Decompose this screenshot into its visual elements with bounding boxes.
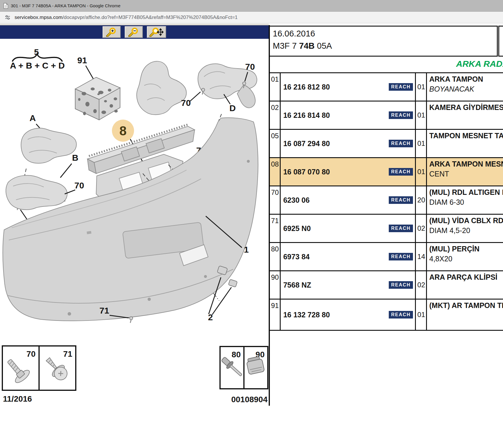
page-content: 5 A + B + C + D 91 <box>0 23 503 448</box>
row-qty: 01 <box>416 130 427 157</box>
row-ref: 70 <box>270 186 281 214</box>
doc-code: M3F 7 74B 05A <box>273 41 497 51</box>
inset-label-71: 71 <box>63 349 72 358</box>
row-qty: 01 <box>416 73 427 101</box>
part-desc: (MUL) VİDA CBLX RDL <box>429 216 503 225</box>
part-number[interactable]: 6973 84 <box>283 253 309 261</box>
part-number[interactable]: 7568 NZ <box>283 281 311 289</box>
desc-cell: ARKA TAMPON MESNE CENT <box>427 158 503 186</box>
desc-cell: KAMERA GİYDİRMESİ <box>427 102 503 129</box>
url-path: /docapvpr/affiche.do?ref=M3F774B05A&refa… <box>62 15 238 20</box>
viewer-toolbar <box>0 25 269 39</box>
callout-B: B <box>72 153 78 162</box>
callout-70-top: 70 <box>245 62 255 71</box>
row-ref: 02 <box>270 102 281 129</box>
doc-date: 16.06.2016 <box>273 29 497 38</box>
part-number[interactable]: 6230 06 <box>283 196 309 204</box>
bracket-c-part <box>137 61 187 115</box>
part-desc2: CENT <box>429 170 503 178</box>
url-text[interactable]: servicebox.mpsa.com/docapvpr/affiche.do?… <box>15 15 238 20</box>
callout-D: D <box>229 103 236 113</box>
reach-badge[interactable]: REACH <box>389 83 413 91</box>
inset-left: 70 71 <box>2 346 76 390</box>
doc-header: 16.06.2016 M3F 7 74B 05A <box>270 26 498 57</box>
table-row-90[interactable]: 90 7568 NZ REACH 02 ARA PARÇA KLİPSİ <box>270 271 503 300</box>
row-qty: 20 <box>416 186 427 214</box>
part-cell: 16 216 812 80 REACH <box>281 73 416 101</box>
row-qty: 01 <box>416 102 427 129</box>
row-ref: 05 <box>270 130 281 157</box>
document-icon <box>3 3 8 9</box>
callout-91: 91 <box>77 55 87 65</box>
table-row-80[interactable]: 80 6973 84 REACH 14 (MUL) PERÇİN 4,8X20 <box>270 243 503 271</box>
part-desc: (MUL) RDL ALTIGEN BA <box>429 188 503 197</box>
reach-badge[interactable]: REACH <box>389 253 413 260</box>
reach-badge[interactable]: REACH <box>389 168 413 176</box>
desc-cell: ARKA TAMPON BOYANACAK <box>427 73 503 101</box>
row-ref: 90 <box>270 271 281 299</box>
parts-diagram: 5 A + B + C + D 91 <box>0 39 269 448</box>
inset-right: 80 90 <box>220 346 268 389</box>
part-cell: 6973 84 REACH <box>281 243 416 270</box>
part-desc: KAMERA GİYDİRMESİ <box>429 103 503 112</box>
zoom-in-button[interactable] <box>103 26 121 38</box>
site-settings-icon[interactable] <box>5 15 10 20</box>
desc-cell: (MKT) AR TAMPON TES <box>427 300 503 330</box>
part-number[interactable]: 6925 N0 <box>283 224 311 233</box>
reach-badge[interactable]: REACH <box>389 225 413 232</box>
part-desc: (MUL) PERÇİN <box>429 245 503 253</box>
part-number[interactable]: 16 087 294 80 <box>283 139 330 148</box>
svg-text:8: 8 <box>119 124 126 138</box>
part-cell: 6925 N0 REACH <box>281 215 416 242</box>
callout-A: A <box>29 113 36 123</box>
table-row-91[interactable]: 91 16 132 728 80 REACH 01 (MKT) AR TAMPO… <box>270 300 503 331</box>
part-cell: 6230 06 REACH <box>281 186 416 214</box>
window-title: 301 - M3F 7 74B05A - ARKA TAMPON - Googl… <box>11 3 120 8</box>
row-qty: 01 <box>416 300 427 330</box>
magnifier-plus-icon <box>106 27 117 37</box>
reach-badge[interactable]: REACH <box>389 140 413 147</box>
row-ref: 01 <box>270 73 281 101</box>
table-row-08-selected[interactable]: 08 16 087 070 80 REACH 01 ARKA TAMPON ME… <box>270 158 503 186</box>
part-cell: 7568 NZ REACH <box>281 271 416 299</box>
parts-panel: 16.06.2016 M3F 7 74B 05A ARKA RADA 01 16… <box>270 23 503 448</box>
part-desc: ARKA TAMPON MESNE <box>429 160 503 168</box>
inset-left-caption: 11/2016 <box>3 394 32 403</box>
callout-70-mid: 70 <box>181 98 191 108</box>
callout-71: 71 <box>99 306 109 315</box>
table-row-01[interactable]: 01 16 216 812 80 REACH 01 ARKA TAMPON BO… <box>270 73 503 102</box>
table-row-71[interactable]: 71 6925 N0 REACH 02 (MUL) VİDA CBLX RDL … <box>270 215 503 243</box>
table-row-70[interactable]: 70 6230 06 REACH 20 (MUL) RDL ALTIGEN BA… <box>270 186 503 215</box>
part-number[interactable]: 16 216 814 80 <box>283 111 330 120</box>
row-ref: 80 <box>270 243 281 270</box>
desc-cell: TAMPON MESNET TAK <box>427 130 503 157</box>
address-bar[interactable]: servicebox.mpsa.com/docapvpr/affiche.do?… <box>0 12 503 23</box>
diagram-pane: 5 A + B + C + D 91 <box>0 23 269 448</box>
part-desc2: DIAM 4,5-20 <box>429 226 503 235</box>
part-number[interactable]: 16 087 070 80 <box>283 168 330 176</box>
reach-badge[interactable]: REACH <box>389 111 413 119</box>
desc-cell: ARA PARÇA KLİPSİ <box>427 271 503 299</box>
part-desc: TAMPON MESNET TAK <box>429 132 503 140</box>
table-row-02[interactable]: 02 16 216 814 80 REACH 01 KAMERA GİYDİRM… <box>270 102 503 130</box>
zoom-out-button[interactable] <box>125 26 143 38</box>
table-row-05[interactable]: 05 16 087 294 80 REACH 01 TAMPON MESNET … <box>270 130 503 158</box>
part-desc: ARKA TAMPON <box>429 75 503 83</box>
section-title: ARKA RADA <box>456 59 503 69</box>
row-qty: 01 <box>416 158 427 186</box>
callout-8-badge[interactable]: 8 <box>112 120 134 142</box>
part-desc2: 4,8X20 <box>429 255 503 263</box>
reach-badge[interactable]: REACH <box>389 281 413 289</box>
bracket-a-part <box>21 128 76 163</box>
zoom-pan-button[interactable] <box>147 26 166 38</box>
part-number[interactable]: 16 216 812 80 <box>283 83 330 91</box>
desc-cell: (MUL) PERÇİN 4,8X20 <box>427 243 503 270</box>
doc-header-next <box>498 26 503 57</box>
row-qty: 14 <box>416 243 427 270</box>
kit-box-part <box>75 77 120 120</box>
reach-badge[interactable]: REACH <box>389 196 413 204</box>
reach-badge[interactable]: REACH <box>389 311 413 318</box>
part-desc: (MKT) AR TAMPON TES <box>429 301 503 310</box>
part-number[interactable]: 16 132 728 80 <box>283 311 330 319</box>
magnifier-move-icon <box>150 27 163 37</box>
